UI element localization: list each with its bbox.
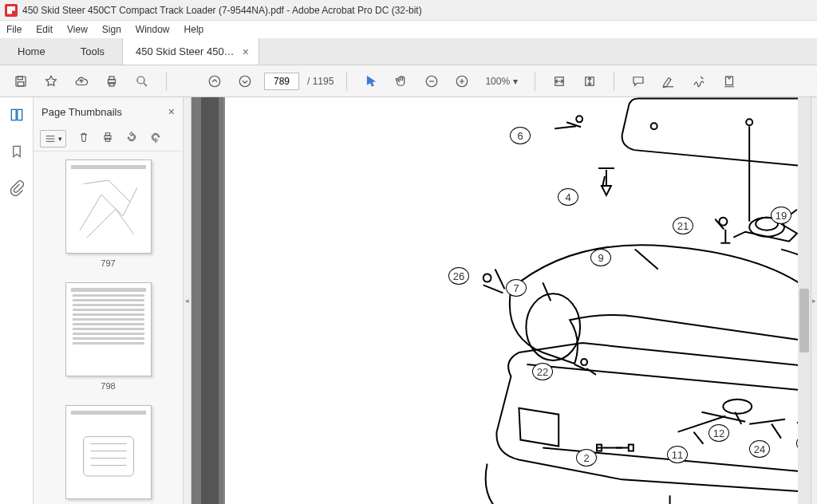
attachments-panel-icon[interactable]	[7, 179, 26, 198]
thumbnails-rotate-cw-icon[interactable]	[149, 131, 162, 146]
diagram-callout: 9	[590, 249, 611, 266]
cloud-upload-icon[interactable]	[70, 70, 93, 93]
titlebar: 450 Skid Steer 450CT Compact Track Loade…	[0, 0, 817, 21]
thumbnail-item[interactable]: 799	[34, 405, 183, 504]
tab-tools[interactable]: Tools	[63, 38, 122, 65]
thumbnails-close-icon[interactable]: ×	[168, 105, 175, 118]
scrollbar-thumb[interactable]	[799, 289, 809, 352]
diagram-callout: 21	[673, 217, 693, 234]
toolbar: / 1195 100% ▾	[0, 65, 817, 97]
chevron-down-icon: ▾	[513, 76, 518, 87]
thumbnails-list[interactable]: 797 798 799	[34, 152, 183, 504]
svg-line-40	[543, 282, 551, 301]
comment-icon[interactable]	[627, 70, 649, 93]
acrobat-app-icon	[5, 4, 18, 17]
toolbar-separator	[346, 72, 347, 91]
zoom-out-icon[interactable]	[420, 70, 443, 93]
thumbnails-panel-icon[interactable]	[7, 105, 26, 124]
diagram-callout: 6	[510, 127, 531, 144]
callout-number: 4	[558, 188, 578, 206]
diagram-callout: 4	[558, 188, 578, 206]
callout-number: 2	[576, 449, 597, 467]
callout-number: 21	[673, 217, 693, 234]
star-icon[interactable]	[40, 70, 62, 93]
technical-drawing	[225, 97, 811, 504]
zoom-level-dropdown[interactable]: 100% ▾	[481, 73, 522, 89]
search-icon[interactable]	[131, 70, 153, 93]
print-icon[interactable]	[101, 70, 123, 93]
fit-width-icon[interactable]	[548, 70, 570, 93]
thumbnails-delete-icon[interactable]	[77, 131, 90, 146]
zoom-in-icon[interactable]	[451, 70, 473, 93]
thumbnails-print-icon[interactable]	[101, 131, 114, 146]
callout-number: 22	[532, 363, 553, 380]
thumbnail-item[interactable]: 797	[34, 159, 183, 268]
previous-page-edge	[201, 97, 219, 504]
svg-rect-15	[17, 109, 22, 120]
svg-rect-17	[105, 133, 109, 136]
thumbnails-toolbar: ▾	[34, 126, 183, 152]
page-number-input[interactable]	[264, 73, 299, 90]
tab-close-icon[interactable]: ×	[243, 45, 249, 58]
diagram-callout: 19	[771, 207, 791, 224]
thumbnails-header: Page Thumbnails ×	[34, 97, 183, 126]
svg-line-48	[772, 424, 781, 439]
thumbnail-page-label: 798	[101, 381, 115, 391]
svg-rect-4	[109, 77, 114, 80]
window-title: 450 Skid Steer 450CT Compact Track Loade…	[22, 5, 422, 16]
tabbar: Home Tools 450 Skid Steer 450… ×	[0, 38, 817, 65]
menu-view[interactable]: View	[67, 24, 88, 35]
svg-rect-19	[83, 437, 133, 477]
menu-help[interactable]: Help	[184, 24, 204, 35]
callout-number: 12	[708, 424, 729, 442]
page-up-icon[interactable]	[203, 70, 226, 93]
bookmarks-panel-icon[interactable]	[7, 142, 26, 161]
toolbar-separator	[535, 72, 535, 91]
callout-number: 7	[506, 279, 527, 297]
menu-sign[interactable]: Sign	[102, 24, 121, 35]
thumbnail-item[interactable]: 798	[34, 282, 183, 391]
highlight-icon[interactable]	[657, 70, 680, 93]
svg-line-46	[693, 432, 703, 444]
selection-arrow-icon[interactable]	[360, 70, 382, 93]
svg-point-7	[209, 76, 220, 87]
callout-number: 11	[667, 446, 688, 463]
svg-rect-13	[726, 77, 733, 85]
diagram-callout: 12	[708, 424, 729, 442]
callout-number: 6	[510, 127, 531, 144]
diagram-callout: 2	[576, 449, 597, 467]
pdf-page: 6164211915132592672023221211122414	[223, 97, 811, 504]
svg-point-20	[746, 119, 752, 125]
diagram-callout: 11	[667, 446, 688, 463]
document-view[interactable]: 6164211915132592672023221211122414	[191, 97, 811, 504]
toolbar-separator	[166, 72, 167, 91]
tab-document[interactable]: 450 Skid Steer 450… ×	[122, 38, 259, 65]
panel-splitter[interactable]: ◂	[184, 97, 191, 504]
fit-page-icon[interactable]	[578, 70, 601, 93]
callout-number: 26	[448, 267, 469, 285]
svg-line-39	[495, 269, 505, 289]
callout-number: 24	[749, 440, 770, 458]
page-down-icon[interactable]	[234, 70, 256, 93]
menu-edit[interactable]: Edit	[36, 24, 53, 35]
tools-pane-splitter[interactable]: ▸	[811, 97, 817, 504]
page-total-label: / 1195	[307, 76, 334, 87]
menubar: File Edit View Sign Window Help	[0, 21, 817, 38]
sidebar-rail	[0, 97, 34, 504]
thumbnails-rotate-ccw-icon[interactable]	[125, 131, 138, 146]
thumbnails-options-icon[interactable]: ▾	[40, 130, 66, 148]
vertical-scrollbar[interactable]	[798, 97, 811, 504]
svg-line-32	[555, 126, 576, 128]
menu-file[interactable]: File	[6, 24, 22, 35]
svg-rect-14	[11, 109, 16, 120]
splitter-grip-icon: ◂	[186, 289, 189, 312]
stamp-icon[interactable]	[718, 70, 740, 93]
svg-point-31	[723, 400, 752, 414]
save-icon[interactable]	[10, 70, 32, 93]
svg-point-8	[239, 76, 251, 87]
menu-window[interactable]: Window	[136, 24, 170, 35]
svg-point-21	[651, 123, 657, 129]
sign-icon[interactable]	[688, 70, 710, 93]
hand-pan-icon[interactable]	[390, 70, 412, 93]
tab-home[interactable]: Home	[0, 38, 63, 65]
